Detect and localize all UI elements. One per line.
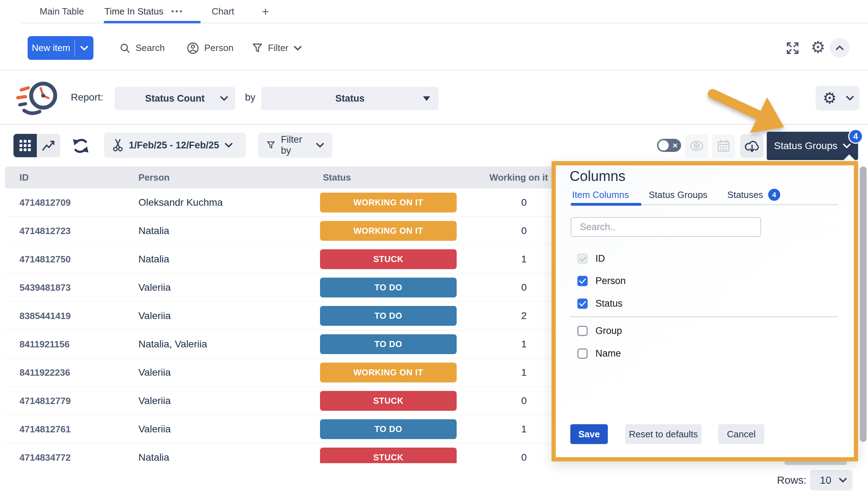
statuses-count-badge: 4 — [768, 189, 780, 201]
new-item-dropdown[interactable] — [75, 36, 93, 60]
group-by-select[interactable]: Status — [261, 87, 439, 110]
columns-panel: Columns Item Columns Status Groups Statu… — [552, 161, 858, 461]
chevron-down-icon — [220, 96, 228, 101]
toggle-switch[interactable]: × — [657, 139, 681, 152]
refresh-button[interactable] — [72, 137, 90, 155]
column-header-person[interactable]: Person — [138, 166, 170, 188]
panel-search-input[interactable] — [571, 217, 761, 237]
tab-chart[interactable]: Chart — [212, 0, 234, 23]
scissors-icon — [113, 138, 123, 152]
column-header-id[interactable]: ID — [19, 166, 29, 188]
checkbox-row-person[interactable]: Person — [577, 275, 626, 286]
checkbox-disabled-checked[interactable] — [577, 254, 588, 264]
table-row[interactable]: 4714812750 Natalia STUCK 1 — [5, 245, 557, 273]
collapse-button[interactable] — [830, 38, 850, 58]
checkbox-unchecked[interactable] — [577, 348, 588, 359]
panel-tab-item-columns[interactable]: Item Columns — [572, 189, 629, 200]
status-groups-count-badge: 4 — [848, 129, 863, 144]
cell-working-on-it: 1 — [485, 254, 557, 265]
save-button[interactable]: Save — [570, 424, 608, 444]
person-filter-button[interactable]: Person — [187, 36, 233, 60]
cell-working-on-it: 2 — [485, 310, 557, 322]
tab-menu-icon[interactable]: ••• — [171, 7, 184, 16]
checkbox-row-status[interactable]: Status — [577, 298, 623, 309]
status-groups-button[interactable]: Status Groups — [767, 132, 858, 160]
calendar-icon — [716, 139, 731, 153]
new-item-label[interactable]: New item — [28, 36, 74, 60]
visibility-button[interactable] — [685, 134, 708, 158]
table-row[interactable]: 5439481873 Valeriia TO DO 0 — [5, 273, 557, 302]
filter-by-button[interactable]: Filter by — [258, 132, 332, 158]
checkbox-label: Status — [595, 298, 623, 309]
add-tab-button[interactable]: + — [262, 0, 269, 23]
fullscreen-button[interactable] — [785, 41, 800, 56]
cell-person: Oleksandr Kuchma — [138, 197, 223, 208]
panel-divider — [571, 316, 838, 317]
cell-working-on-it: 1 — [485, 424, 557, 435]
status-pill: TO DO — [320, 419, 457, 439]
cell-person: Natalia, Valeriia — [138, 339, 207, 350]
panel-tab-statuses[interactable]: Statuses 4 — [727, 189, 780, 201]
cell-person: Valeriia — [138, 282, 171, 293]
panel-title: Columns — [570, 168, 626, 184]
search-button[interactable]: Search — [120, 36, 165, 60]
checkbox-row-group[interactable]: Group — [577, 325, 622, 336]
checkbox-label: Group — [595, 325, 622, 336]
chevron-down-icon — [843, 143, 851, 148]
table-row[interactable]: 4714812709 Oleksandr Kuchma WORKING ON I… — [5, 188, 557, 217]
filter-funnel-icon — [252, 43, 263, 53]
cancel-button[interactable]: Cancel — [718, 424, 764, 444]
tab-main-table[interactable]: Main Table — [40, 0, 84, 23]
panel-tab-label: Item Columns — [572, 189, 629, 200]
plus-icon: + — [262, 5, 269, 18]
table-row[interactable]: 4714834772 Natalia STUCK 0 — [5, 443, 557, 463]
column-header-status[interactable]: Status — [323, 166, 351, 188]
date-range-button[interactable]: 1/Feb/25 - 12/Feb/25 — [104, 132, 246, 158]
status-pill: WORKING ON IT — [320, 221, 457, 241]
chart-view-button[interactable] — [37, 134, 60, 157]
line-chart-icon — [42, 139, 55, 152]
report-type-select[interactable]: Status Count — [115, 87, 235, 110]
new-item-button[interactable]: New item — [28, 36, 93, 60]
by-label: by — [245, 71, 256, 124]
table-row[interactable]: 4714812779 Valeriia STUCK 0 — [5, 387, 557, 415]
settings-button[interactable]: ⚙ — [811, 39, 825, 55]
cell-person: Valeriia — [138, 395, 171, 407]
checkbox-checked[interactable] — [577, 276, 588, 286]
rows-per-page-select[interactable]: 10 — [810, 470, 852, 490]
gear-icon: ⚙ — [811, 38, 825, 56]
cell-person: Natalia — [138, 225, 169, 237]
search-icon — [120, 43, 130, 53]
table-view-button[interactable] — [13, 134, 37, 157]
column-header-working-on-it[interactable]: Working on it — [444, 166, 548, 188]
rows-per-page-value: 10 — [820, 475, 831, 486]
tab-time-in-status[interactable]: Time In Status ••• — [104, 0, 184, 23]
table-row[interactable]: 8411922236 Valeriia WORKING ON IT 1 — [5, 358, 557, 387]
table-row[interactable]: 4714812723 Natalia WORKING ON IT 0 — [5, 217, 557, 245]
checkbox-checked[interactable] — [577, 299, 588, 309]
checkbox-row-id[interactable]: ID — [577, 253, 605, 264]
report-settings-select[interactable]: ⚙ — [816, 86, 860, 110]
table-row[interactable]: 8411921156 Natalia, Valeriia TO DO 1 — [5, 330, 557, 358]
checkbox-row-name[interactable]: Name — [577, 348, 621, 359]
chevron-down-icon — [316, 143, 324, 148]
cell-id: 4714812750 — [19, 254, 71, 265]
vertical-scrollbar[interactable] — [860, 166, 867, 442]
reset-to-defaults-button[interactable]: Reset to defaults — [625, 424, 702, 444]
filter-button[interactable]: Filter — [252, 36, 302, 60]
export-button[interactable] — [740, 134, 764, 158]
cell-id: 8411922236 — [19, 367, 70, 378]
cell-id: 4714812709 — [19, 197, 71, 208]
cell-id: 4714812723 — [19, 225, 71, 236]
checkbox-label: Name — [595, 348, 621, 359]
calendar-button[interactable] — [712, 134, 735, 158]
cloud-download-icon — [744, 138, 760, 153]
panel-tab-status-groups[interactable]: Status Groups — [649, 189, 707, 200]
checkbox-unchecked[interactable] — [577, 326, 588, 336]
time-in-status-logo — [16, 77, 61, 120]
refresh-icon — [72, 137, 90, 155]
toggle-knob — [658, 140, 669, 150]
table-row[interactable]: 8385441419 Valeriia TO DO 2 — [5, 302, 557, 330]
status-pill: TO DO — [320, 334, 457, 354]
table-row[interactable]: 4714812761 Valeriia TO DO 1 — [5, 415, 557, 443]
